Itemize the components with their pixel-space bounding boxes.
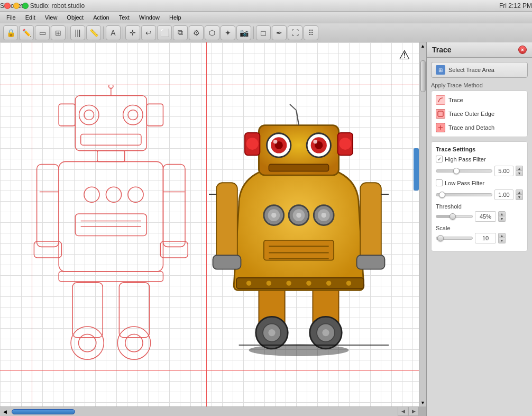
scale-slider-thumb[interactable] — [437, 235, 444, 241]
tool-barcode[interactable]: ||| — [70, 25, 85, 40]
svg-point-74 — [273, 140, 278, 144]
svg-point-36 — [268, 329, 275, 336]
threshold-spinner-up[interactable]: ▲ — [498, 211, 506, 216]
tool-lock[interactable]: 🔒 — [3, 25, 18, 40]
menu-object[interactable]: Object — [62, 12, 88, 23]
tool-pencil[interactable]: ✒ — [272, 25, 287, 40]
low-pass-slider-track[interactable] — [436, 193, 492, 196]
threshold-spinner: ▲ ▼ — [498, 211, 506, 222]
toolbar-sep-2 — [103, 26, 104, 39]
threshold-slider: ▲ ▼ — [436, 211, 523, 222]
tool-move[interactable]: ✛ — [125, 25, 140, 40]
menu-window[interactable]: Window — [135, 12, 164, 23]
trace-method-outer-edge[interactable]: Trace Outer Edge — [432, 107, 527, 121]
menu-edit[interactable]: Edit — [21, 12, 40, 23]
trace-settings-title: Trace Settings — [436, 146, 523, 152]
toolbar-sep-1 — [68, 26, 68, 39]
high-pass-spinner-up[interactable]: ▲ — [516, 166, 523, 171]
tool-apps[interactable]: ⠿ — [304, 25, 318, 40]
svg-rect-15 — [75, 214, 146, 236]
minimize-button[interactable] — [13, 3, 20, 9]
scroll-up-arrow[interactable]: ▲ — [419, 42, 427, 50]
svg-rect-63 — [357, 255, 385, 269]
select-trace-area-button[interactable]: ⊞ Select Trace Area — [431, 62, 528, 78]
threshold-value-input[interactable] — [475, 211, 496, 222]
low-pass-spinner-down[interactable]: ▼ — [516, 195, 523, 200]
panel-close-button[interactable]: × — [518, 46, 527, 54]
tool-rect[interactable]: ▭ — [35, 25, 50, 40]
scroll-thumb-h[interactable] — [12, 409, 75, 414]
low-pass-value-input[interactable] — [494, 189, 513, 200]
tool-text[interactable]: A — [106, 25, 121, 40]
close-button[interactable] — [4, 3, 11, 9]
panel-body: ⊞ Select Trace Area Apply Trace Method T… — [427, 58, 532, 416]
trace-outer-edge-icon — [436, 109, 445, 119]
tool-artboard[interactable]: ⬜ — [157, 25, 172, 40]
svg-point-12 — [84, 187, 99, 202]
high-pass-slider-track[interactable] — [436, 169, 492, 173]
svg-rect-20 — [34, 241, 61, 258]
menu-file[interactable]: File — [2, 12, 20, 23]
tool-eraser[interactable]: ◻ — [256, 25, 271, 40]
svg-point-5 — [123, 105, 143, 124]
select-trace-area-label: Select Trace Area — [448, 67, 494, 73]
tool-settings[interactable]: ⚙ — [189, 25, 204, 40]
tool-grid[interactable]: ⊞ — [51, 25, 66, 40]
panel-drag-tab[interactable] — [414, 148, 419, 191]
tool-ruler[interactable]: 📏 — [86, 25, 101, 40]
high-pass-checkbox[interactable]: ✓ — [436, 156, 443, 162]
nav-left[interactable]: ◀ — [398, 406, 408, 416]
low-pass-checkbox[interactable] — [436, 179, 443, 186]
trace-method-detach[interactable]: Trace and Detach — [432, 121, 527, 134]
robot-trace-outline — [21, 85, 206, 370]
menubar: File Edit View Object Action Text Window… — [0, 12, 532, 23]
svg-point-13 — [106, 187, 121, 202]
scale-row: Scale ▲ ▼ — [436, 225, 523, 243]
low-pass-spinner: ▲ ▼ — [516, 189, 523, 200]
tool-layers[interactable]: ⧉ — [173, 25, 188, 40]
svg-rect-0 — [75, 96, 146, 151]
low-pass-filter-row: Low Pass Filter — [436, 179, 523, 186]
scroll-thumb-v[interactable] — [420, 60, 426, 92]
scale-spinner-down[interactable]: ▼ — [498, 238, 506, 243]
tool-fullscreen[interactable]: ⛶ — [288, 25, 302, 40]
tool-camera[interactable]: 📷 — [236, 25, 251, 40]
svg-point-68 — [246, 138, 259, 150]
threshold-spinner-down[interactable]: ▼ — [498, 216, 506, 222]
clock-display: Fri 2:12 PM — [499, 2, 532, 10]
menu-help[interactable]: Help — [165, 12, 186, 23]
menu-action[interactable]: Action — [89, 12, 114, 23]
tool-magic[interactable]: ✦ — [221, 25, 235, 40]
scroll-left-arrow[interactable]: ◀ — [0, 407, 10, 417]
high-pass-spinner-down[interactable]: ▼ — [516, 171, 523, 176]
nav-right[interactable]: ▶ — [408, 406, 419, 416]
svg-rect-24 — [119, 283, 149, 338]
high-pass-value-input[interactable] — [494, 166, 513, 176]
scale-slider-track[interactable] — [436, 237, 473, 240]
threshold-slider-track[interactable] — [436, 215, 473, 218]
canvas-area[interactable]: ⚠ — [0, 42, 426, 416]
tool-undo[interactable]: ↩ — [141, 25, 156, 40]
nav-arrows: ◀ ▶ — [398, 406, 419, 416]
tool-pen[interactable]: ✏️ — [19, 25, 34, 40]
high-pass-slider-thumb[interactable] — [453, 168, 460, 174]
vertical-scrollbar[interactable]: ▲ ▼ — [419, 42, 426, 406]
tool-path[interactable]: ⬡ — [205, 25, 219, 40]
low-pass-spinner-up[interactable]: ▲ — [516, 189, 523, 195]
scale-spinner-up[interactable]: ▲ — [498, 233, 506, 238]
menu-view[interactable]: View — [41, 12, 62, 23]
maximize-button[interactable] — [22, 3, 29, 9]
trace-methods-box: Trace Trace Outer Edge Trace and Detach — [431, 91, 528, 137]
svg-rect-7 — [81, 134, 141, 145]
scroll-down-arrow[interactable]: ▼ — [419, 399, 427, 406]
traffic-lights — [4, 3, 29, 9]
trace-method-trace[interactable]: Trace — [432, 93, 527, 107]
scale-value-input[interactable] — [475, 233, 496, 243]
horizontal-scrollbar[interactable]: ◀ ▶ — [0, 406, 419, 416]
menu-text[interactable]: Text — [115, 12, 134, 23]
svg-point-45 — [326, 281, 331, 285]
high-pass-spinner: ▲ ▼ — [516, 166, 523, 176]
threshold-slider-thumb[interactable] — [450, 213, 456, 220]
low-pass-slider-thumb[interactable] — [439, 192, 445, 198]
robot-main-image — [209, 95, 389, 365]
